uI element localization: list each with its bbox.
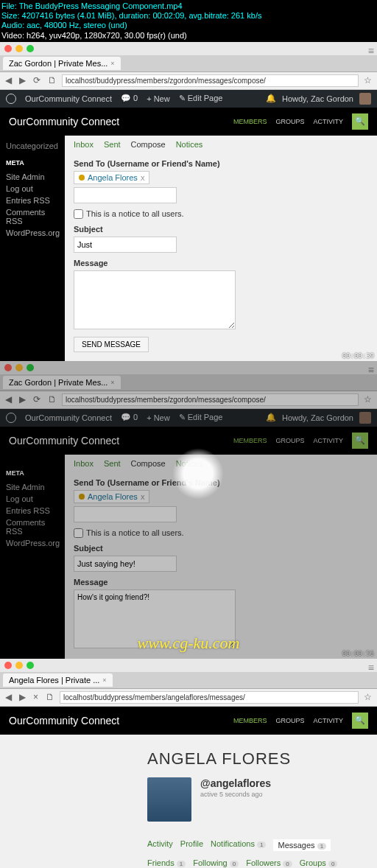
wp-logo-icon[interactable] (6, 413, 16, 423)
notif-icon[interactable]: 🔔 (266, 94, 276, 103)
sidebar-item[interactable]: Entries RSS (6, 195, 59, 206)
browser-tab[interactable]: Angela Flores | Private ... × (3, 673, 113, 687)
nav-groups[interactable]: GROUPS (275, 717, 304, 724)
address-input[interactable]: localhost/buddypress/members/zgordon/mes… (62, 393, 359, 406)
site-title[interactable]: OurCommunity Connect (9, 435, 119, 447)
pnav-profile[interactable]: Profile (180, 839, 203, 851)
site-link[interactable]: OurCommunity Connect (25, 413, 112, 422)
sidebar-item[interactable]: Comments RSS (6, 206, 59, 227)
search-icon[interactable]: 🔍 (352, 433, 368, 449)
new-link[interactable]: + New (147, 413, 170, 422)
message-textarea[interactable] (74, 270, 236, 329)
subject-input[interactable] (74, 556, 177, 572)
sidebar-item[interactable]: Comments RSS (6, 517, 59, 537)
edit-page-link[interactable]: ✎ Edit Page (179, 94, 223, 103)
reload-button[interactable]: ⟳ (31, 75, 43, 85)
bookmark-icon[interactable]: ☆ (362, 692, 374, 702)
nav-groups[interactable]: GROUPS (275, 118, 304, 125)
pnav-activity[interactable]: Activity (147, 839, 173, 851)
pnav-messages[interactable]: Messages 1 (273, 839, 331, 851)
notif-icon[interactable]: 🔔 (266, 413, 276, 422)
close-window[interactable] (4, 45, 12, 52)
browser-tab[interactable]: Zac Gordon | Private Mes... × (3, 57, 121, 70)
tab-compose[interactable]: Compose (131, 140, 166, 149)
tab-sent[interactable]: Sent (104, 459, 121, 468)
pnav-groups[interactable]: Groups 0 (300, 858, 338, 867)
new-link[interactable]: + New (147, 94, 170, 103)
howdy[interactable]: Howdy, Zac Gordon (282, 94, 353, 103)
stop-button[interactable]: × (31, 692, 40, 702)
nav-members[interactable]: MEMBERS (233, 118, 267, 125)
sidebar-item[interactable]: Uncategorized (6, 141, 59, 150)
maximize-window[interactable] (27, 662, 34, 669)
tab-inbox[interactable]: Inbox (74, 140, 94, 149)
recipient-chip[interactable]: Angela Flores x (74, 490, 149, 503)
address-input[interactable]: localhost/buddypress/members/zgordon/mes… (62, 74, 359, 87)
pnav-notifications[interactable]: Notifications 1 (211, 839, 266, 851)
close-window[interactable] (4, 662, 12, 669)
back-button[interactable]: ◀ (3, 75, 14, 85)
sidebar-item[interactable]: Site Admin (6, 171, 59, 183)
recipient-input[interactable] (74, 506, 177, 522)
pnav-followers[interactable]: Followers 0 (246, 858, 292, 867)
bookmark-icon[interactable]: ☆ (362, 75, 374, 85)
close-window[interactable] (4, 364, 12, 371)
forward-button[interactable]: ▶ (17, 394, 28, 405)
minimize-window[interactable] (15, 45, 23, 52)
menu-icon[interactable]: ≡ (368, 364, 374, 376)
nav-activity[interactable]: ACTIVITY (313, 717, 343, 724)
close-tab-icon[interactable]: × (102, 676, 106, 684)
back-button[interactable]: ◀ (3, 692, 14, 702)
bookmark-icon[interactable]: ☆ (362, 394, 374, 405)
notice-checkbox[interactable] (74, 209, 83, 219)
subject-input[interactable] (74, 237, 177, 253)
tab-inbox[interactable]: Inbox (74, 459, 94, 468)
wp-logo-icon[interactable] (6, 94, 16, 104)
menu-icon[interactable]: ≡ (368, 45, 374, 57)
site-title[interactable]: OurCommunity Connect (9, 116, 119, 127)
message-textarea[interactable]: How's it going friend?! (74, 589, 236, 648)
avatar[interactable] (359, 93, 371, 105)
tab-notices[interactable]: Notices (176, 140, 203, 149)
pnav-friends[interactable]: Friends 1 (147, 858, 186, 867)
address-input[interactable]: localhost/buddypress/members/angelaflore… (60, 691, 359, 704)
howdy[interactable]: Howdy, Zac Gordon (282, 413, 353, 422)
menu-icon[interactable]: ≡ (368, 662, 374, 673)
sidebar-item[interactable]: Site Admin (6, 481, 59, 493)
sidebar-item[interactable]: Log out (6, 493, 59, 505)
nav-activity[interactable]: ACTIVITY (313, 118, 343, 125)
recipient-input[interactable] (74, 187, 177, 203)
profile-avatar[interactable] (147, 777, 191, 822)
search-icon[interactable]: 🔍 (352, 113, 368, 130)
nav-groups[interactable]: GROUPS (275, 437, 304, 444)
site-link[interactable]: OurCommunity Connect (25, 94, 112, 103)
forward-button[interactable]: ▶ (17, 692, 28, 702)
recipient-chip[interactable]: Angela Flores x (74, 171, 149, 184)
send-button[interactable]: SEND MESSAGE (74, 337, 149, 352)
reload-button[interactable]: ⟳ (31, 394, 43, 405)
minimize-window[interactable] (15, 662, 23, 669)
tab-sent[interactable]: Sent (104, 140, 121, 149)
search-icon[interactable]: 🔍 (352, 713, 368, 729)
nav-members[interactable]: MEMBERS (233, 717, 267, 724)
back-button[interactable]: ◀ (3, 394, 14, 405)
minimize-window[interactable] (15, 364, 23, 371)
pnav-following[interactable]: Following 0 (193, 858, 239, 867)
nav-members[interactable]: MEMBERS (233, 437, 267, 444)
sidebar-item[interactable]: Entries RSS (6, 505, 59, 517)
comments-icon[interactable]: 💬 0 (121, 94, 138, 103)
sidebar-item[interactable]: WordPress.org (6, 227, 59, 239)
maximize-window[interactable] (27, 364, 34, 371)
maximize-window[interactable] (27, 45, 34, 52)
comments-icon[interactable]: 💬 0 (121, 413, 138, 422)
forward-button[interactable]: ▶ (17, 75, 28, 85)
nav-activity[interactable]: ACTIVITY (313, 437, 343, 444)
tab-compose[interactable]: Compose (131, 459, 166, 468)
close-tab-icon[interactable]: × (110, 379, 114, 386)
sidebar-item[interactable]: WordPress.org (6, 537, 59, 549)
remove-recipient-icon[interactable]: x (141, 173, 145, 182)
sidebar-item[interactable]: Log out (6, 183, 59, 195)
site-title[interactable]: OurCommunity Connect (9, 715, 119, 727)
close-tab-icon[interactable]: × (110, 60, 114, 67)
tab-notices[interactable]: Notices (176, 459, 203, 468)
